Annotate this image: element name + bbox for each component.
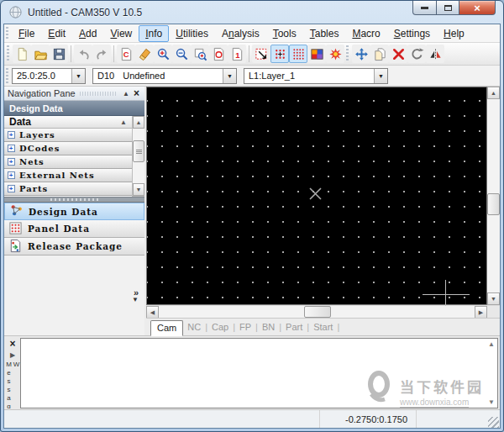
close-button[interactable]: × [459,1,496,15]
sidebar-splitter[interactable] [4,197,144,203]
scroll-thumb[interactable] [304,306,331,318]
expand-plus-icon[interactable]: + [8,185,15,192]
menu-add[interactable]: Add [72,25,103,42]
zoom-out-button[interactable] [172,45,191,63]
message-scrollbar[interactable]: ▲ ▼ [486,339,497,408]
menu-info[interactable]: Info [139,25,169,42]
menu-tools[interactable]: Tools [266,25,303,42]
toolbar-grip[interactable] [346,45,349,62]
zoom-all-button[interactable] [209,45,228,63]
scroll-down-button[interactable]: ▼ [133,183,144,196]
menu-analysis[interactable]: Analysis [215,25,266,42]
move-button[interactable] [352,45,370,63]
scroll-down-button[interactable]: ▼ [488,398,495,406]
collapse-pane-button[interactable]: ▲ [120,90,132,97]
scroll-up-button[interactable]: ▲ [487,87,500,99]
rotate-button[interactable] [407,45,426,63]
menu-file[interactable]: File [12,25,41,42]
tree-item-nets[interactable]: +Nets [4,155,132,169]
menu-help[interactable]: Help [437,25,471,42]
layer-combobox[interactable]: L1:Layer_1 ▼ [244,68,388,84]
scroll-right-button[interactable]: ▶ [475,306,487,319]
grid-dense-button[interactable] [289,45,307,63]
layer-colors-button[interactable] [307,45,326,63]
sidebar-item-panel-data[interactable]: Panel Data [4,220,144,238]
chevron-down-icon[interactable]: ▼ [223,69,236,83]
tree-item-dcodes[interactable]: +DCodes [4,142,132,155]
save-icon [52,47,66,61]
tab-cap[interactable]: Cap [207,322,233,335]
sidebar-item-release-package[interactable]: Release Package [4,238,144,256]
delete-button[interactable] [389,45,407,63]
scroll-up-button[interactable]: ▲ [488,340,495,348]
tab-bn[interactable]: BN [258,322,279,335]
comborow-grip[interactable] [6,68,8,83]
menubar-grip[interactable] [6,27,8,40]
design-canvas[interactable] [146,87,487,305]
tab-start[interactable]: Start [309,322,337,335]
tab-cam[interactable]: Cam [150,320,183,336]
scroll-track[interactable] [133,129,144,183]
expand-message-panel-button[interactable]: ▶ [10,351,15,359]
menu-tables[interactable]: Tables [303,25,346,42]
tree-item-layers[interactable]: +Layers [4,129,132,142]
tree-item-external-nets[interactable]: +External Nets [4,169,132,182]
expand-plus-icon[interactable]: + [8,145,15,152]
sidebar-mode-buttons: Design DataPanel DataRelease Package [4,203,144,256]
canvas-horizontal-scrollbar[interactable]: ◀ ▶ [146,305,500,318]
expand-plus-icon[interactable]: + [8,158,15,166]
data-group-header[interactable]: Data ▲ [4,116,132,129]
open-button[interactable] [31,45,50,63]
chevron-down-icon[interactable]: ▼ [132,297,139,303]
clean-button[interactable] [135,45,154,63]
new-button[interactable] [13,45,31,63]
menu-settings[interactable]: Settings [387,25,437,42]
expand-plus-icon[interactable]: + [8,171,15,179]
tab-nc[interactable]: NC [183,322,205,335]
menu-macro[interactable]: Macro [345,25,386,42]
origin-button[interactable] [252,45,270,63]
tab-fp[interactable]: FP [235,322,255,335]
scroll-up-button[interactable]: ▲ [133,116,144,129]
scroll-thumb[interactable] [133,140,144,162]
minimize-button[interactable] [412,1,437,15]
canvas-vertical-scrollbar[interactable]: ▲ ▼ [487,87,500,305]
watermark-text: 当下软件园 [400,376,484,397]
save-button[interactable] [50,45,68,63]
mirror-button[interactable] [426,45,444,63]
scroll-thumb[interactable] [487,193,500,215]
zoom-window-button[interactable] [191,45,209,63]
close-pane-button[interactable]: × [132,89,141,97]
menu-view[interactable]: View [103,25,139,42]
scroll-track[interactable] [159,306,475,318]
scroll-left-button[interactable]: ◀ [146,306,159,319]
tab-part[interactable]: Part [281,322,307,335]
highlight-flash-button[interactable] [326,45,344,63]
scroll-down-button[interactable]: ▼ [487,292,500,305]
tree-scrollbar[interactable]: ▲ ▼ [132,116,144,196]
menu-edit[interactable]: Edit [41,25,72,42]
undo-button[interactable] [74,45,92,63]
message-log[interactable]: 当下软件园 www.downxia.com ▲ ▼ [20,338,498,408]
zoom-in-button[interactable] [154,45,172,63]
grid-points-button[interactable] [270,45,289,63]
redraw-button[interactable]: C [117,45,135,63]
menu-utilities[interactable]: Utilities [169,25,215,42]
resize-grip[interactable] [488,417,499,428]
redo-button[interactable] [92,45,111,63]
chevron-down-icon[interactable]: ▼ [71,69,85,83]
chevron-down-icon[interactable]: ▼ [374,69,387,83]
sidebar-item-design-data[interactable]: Design Data [4,203,144,220]
zoom-grid-combobox[interactable]: 25.0:25.0 ▼ [12,68,86,84]
film-view-button[interactable]: 1 [228,45,246,63]
pane-drag-texture[interactable] [80,92,116,96]
maximize-button[interactable] [437,1,459,15]
copy-button[interactable] [370,45,389,63]
close-message-panel-button[interactable]: × [9,339,15,349]
expand-plus-icon[interactable]: + [8,131,15,139]
scroll-track[interactable] [487,99,500,292]
collapse-data-icon[interactable]: ▲ [120,119,127,126]
tree-item-parts[interactable]: +Parts [4,182,132,196]
toolbar-grip[interactable] [7,45,9,62]
dcode-combobox[interactable]: D10 Undefined ▼ [92,68,237,84]
